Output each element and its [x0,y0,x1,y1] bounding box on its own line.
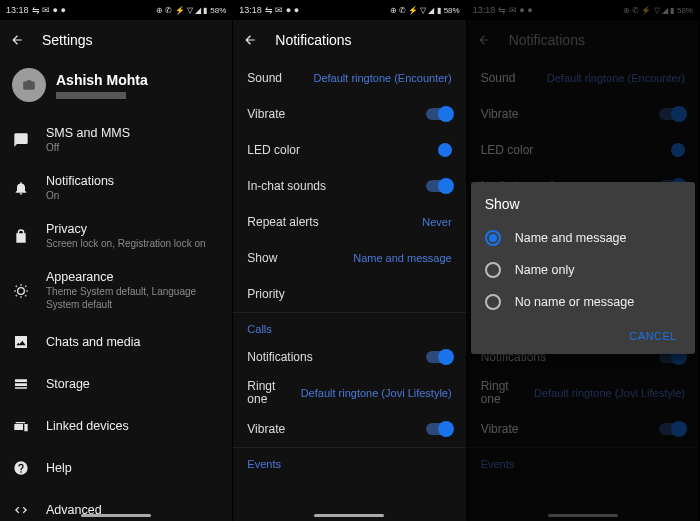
help-icon [12,459,30,477]
back-icon[interactable] [10,33,24,47]
lock-icon [12,227,30,245]
nav-pill[interactable] [81,514,151,517]
app-bar: Notifications [233,20,465,60]
show-dialog: Show Name and message Name only No name … [471,182,695,354]
profile-row[interactable]: Ashish Mohta [0,60,232,116]
sidebar-item-help[interactable]: Help [0,447,232,489]
screen-settings: 13:18 ⇋ ✉ ● ● ⊕ ✆ ⚡ ▽ ◢ ▮ 58% Settings A… [0,0,233,521]
sidebar-item-notifications[interactable]: NotificationsOn [0,164,232,212]
row-led[interactable]: LED color [233,132,465,168]
radio-name-only[interactable]: Name only [485,254,681,286]
page-title: Notifications [275,32,351,48]
row-inchat[interactable]: In-chat sounds [233,168,465,204]
row-calls-vibrate[interactable]: Vibrate [233,411,465,447]
row-vibrate[interactable]: Vibrate [233,96,465,132]
sidebar-item-appearance[interactable]: AppearanceTheme System default, Language… [0,260,232,321]
sidebar-item-linked[interactable]: Linked devices [0,405,232,447]
sidebar-item-privacy[interactable]: PrivacyScreen lock on, Registration lock… [0,212,232,260]
row-repeat[interactable]: Repeat alerts Never [233,204,465,240]
toggle-calls-vibrate[interactable] [426,423,452,435]
chat-bubble-icon [12,131,30,149]
status-battery: 58% [210,6,226,15]
row-sound[interactable]: Sound Default ringtone (Encounter) [233,60,465,96]
status-left-icons: ⇋ ✉ ● ● [32,5,66,15]
profile-name: Ashish Mohta [56,72,148,88]
section-events: Events [233,448,465,474]
image-icon [12,333,30,351]
bell-icon [12,179,30,197]
sidebar-item-storage[interactable]: Storage [0,363,232,405]
toggle-inchat[interactable] [426,180,452,192]
status-time: 13:18 [6,5,29,15]
page-title: Settings [42,32,93,48]
row-show[interactable]: Show Name and message [233,240,465,276]
row-priority[interactable]: Priority [233,276,465,312]
led-dot[interactable] [438,143,452,157]
devices-icon [12,417,30,435]
radio-icon [485,230,501,246]
status-bar: 13:18 ⇋ ✉ ● ● ⊕ ✆ ⚡ ▽ ◢ ▮ 58% [0,0,232,20]
section-calls: Calls [233,313,465,339]
radio-icon [485,294,501,310]
sidebar-item-chats[interactable]: Chats and media [0,321,232,363]
screen-notifications-dialog: 13:18⇋ ✉ ● ● ⊕ ✆ ⚡ ▽ ◢ ▮58% Notification… [467,0,700,521]
row-calls-notif[interactable]: Notifications [233,339,465,375]
profile-sub-redacted [56,92,126,99]
cancel-button[interactable]: CANCEL [625,324,681,348]
toggle-calls-notif[interactable] [426,351,452,363]
brightness-icon [12,282,30,300]
avatar [12,68,46,102]
nav-bar [233,509,465,521]
sidebar-item-sms[interactable]: SMS and MMSOff [0,116,232,164]
nav-bar [0,509,232,521]
radio-icon [485,262,501,278]
app-bar: Settings [0,20,232,60]
radio-no-name[interactable]: No name or message [485,286,681,318]
screen-notifications: 13:18⇋ ✉ ● ● ⊕ ✆ ⚡ ▽ ◢ ▮58% Notification… [233,0,466,521]
status-right-icons: ⊕ ✆ ⚡ ▽ ◢ ▮ [156,6,207,15]
camera-icon [22,78,36,92]
row-calls-ringtone[interactable]: Ringt one Default ringtone (Jovi Lifesty… [233,375,465,411]
storage-icon [12,375,30,393]
radio-name-and-message[interactable]: Name and message [485,222,681,254]
back-icon[interactable] [243,33,257,47]
dialog-title: Show [485,196,681,212]
status-bar: 13:18⇋ ✉ ● ● ⊕ ✆ ⚡ ▽ ◢ ▮58% [233,0,465,20]
toggle-vibrate[interactable] [426,108,452,120]
nav-pill[interactable] [314,514,384,517]
